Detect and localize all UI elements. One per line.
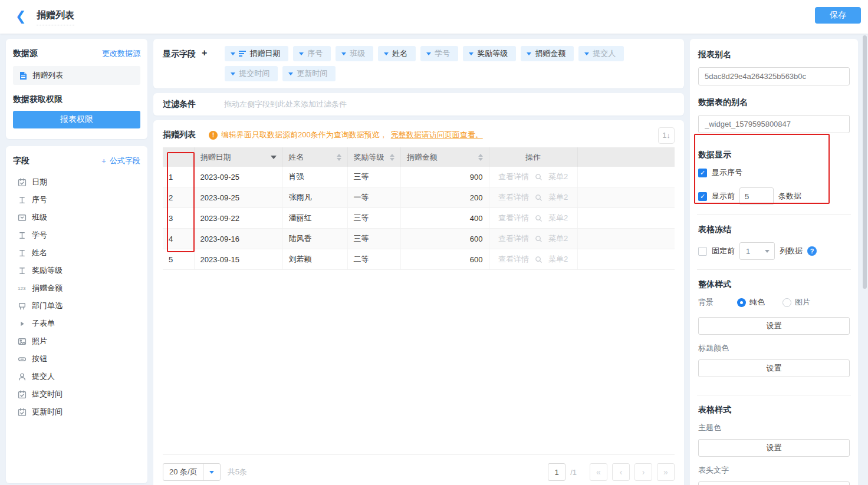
chip-serial[interactable]: 序号 bbox=[293, 46, 331, 61]
prev-page-button[interactable]: ‹ bbox=[612, 463, 630, 481]
warning-icon: ! bbox=[209, 131, 218, 140]
chip-student-no[interactable]: 学号 bbox=[420, 46, 458, 61]
title-color-label: 标题颜色 bbox=[698, 343, 850, 354]
show-first-count-input[interactable] bbox=[739, 187, 774, 205]
first-page-button[interactable]: « bbox=[590, 463, 607, 481]
field-item-serial[interactable]: 序号 bbox=[13, 191, 140, 209]
image-label: 图片 bbox=[795, 297, 810, 308]
field-item-button[interactable]: 按钮 bbox=[13, 350, 140, 368]
button-icon bbox=[18, 355, 27, 364]
view-detail-link[interactable]: 查看详情 bbox=[498, 213, 529, 223]
sort-toggle-icon[interactable] bbox=[337, 154, 341, 161]
field-item-photo[interactable]: 照片 bbox=[13, 332, 140, 350]
magnifier-icon[interactable] bbox=[535, 256, 542, 263]
chip-update-time[interactable]: 更新时间 bbox=[282, 66, 336, 81]
header-text-set-button[interactable]: 设置 bbox=[698, 481, 850, 485]
col-header-amount[interactable]: 捐赠金额 bbox=[400, 147, 489, 167]
field-label: 部门单选 bbox=[32, 301, 63, 311]
top-bar: ❮ 捐赠列表 保存 bbox=[0, 0, 868, 34]
field-item-subform[interactable]: 子表单 bbox=[13, 315, 140, 332]
sort-toggle-icon[interactable] bbox=[478, 154, 483, 161]
view-detail-link[interactable]: 查看详情 bbox=[498, 254, 529, 265]
sort-tool-button[interactable]: 1↓ bbox=[658, 127, 675, 144]
page-title[interactable]: 捐赠列表 bbox=[37, 9, 74, 25]
table-alias-input[interactable] bbox=[698, 115, 850, 133]
chevron-down-icon bbox=[288, 72, 293, 75]
page-number-input[interactable] bbox=[548, 463, 565, 481]
radio-unselected-icon[interactable] bbox=[782, 298, 791, 307]
help-icon[interactable]: ? bbox=[807, 246, 817, 256]
next-page-button[interactable]: › bbox=[634, 463, 652, 481]
chevron-down-icon bbox=[231, 52, 235, 55]
cell-amount: 600 bbox=[400, 249, 489, 270]
freeze-title: 表格冻结 bbox=[698, 225, 850, 235]
report-permission-button[interactable]: 报表权限 bbox=[13, 111, 140, 128]
divider bbox=[697, 395, 851, 395]
menu2-link[interactable]: 菜单2 bbox=[548, 254, 568, 265]
checkbox-checked-icon[interactable]: ✓ bbox=[698, 192, 707, 201]
chip-grade[interactable]: 奖励等级 bbox=[463, 46, 516, 61]
scrollbar-thumb[interactable] bbox=[863, 35, 867, 289]
radio-selected-icon[interactable] bbox=[737, 298, 746, 307]
menu2-link[interactable]: 菜单2 bbox=[548, 192, 568, 203]
warning-link[interactable]: 完整数据请访问页面查看。 bbox=[391, 130, 483, 140]
field-item-name[interactable]: 姓名 bbox=[13, 244, 140, 262]
total-count: 共5条 bbox=[228, 467, 247, 477]
document-icon bbox=[19, 71, 28, 80]
col-header-name[interactable]: 姓名 bbox=[282, 147, 347, 167]
formula-field-link[interactable]: ＋ 公式字段 bbox=[100, 156, 140, 166]
number-icon: 123 bbox=[18, 286, 27, 291]
back-icon[interactable]: ❮ bbox=[15, 8, 29, 25]
view-detail-link[interactable]: 查看详情 bbox=[498, 192, 529, 203]
chip-submit-time[interactable]: 提交时间 bbox=[225, 66, 278, 81]
view-detail-link[interactable]: 查看详情 bbox=[498, 171, 529, 182]
menu2-link[interactable]: 菜单2 bbox=[548, 213, 568, 223]
field-item-date[interactable]: 日期 bbox=[13, 173, 140, 191]
col-header-date[interactable]: 捐赠日期 bbox=[194, 147, 282, 167]
sort-desc-icon[interactable] bbox=[271, 156, 277, 159]
row-number: 2 bbox=[163, 187, 194, 208]
view-detail-link[interactable]: 查看详情 bbox=[498, 233, 529, 244]
menu2-link[interactable]: 菜单2 bbox=[548, 171, 568, 182]
table-title: 捐赠列表 bbox=[163, 130, 196, 140]
col-header-grade[interactable]: 奖励等级 bbox=[347, 147, 400, 167]
chip-name[interactable]: 姓名 bbox=[378, 46, 416, 61]
chip-donation-date[interactable]: 捐赠日期 bbox=[225, 46, 288, 61]
field-item-student-no[interactable]: 学号 bbox=[13, 226, 140, 244]
theme-color-set-button[interactable]: 设置 bbox=[698, 439, 850, 457]
chip-amount[interactable]: 捐赠金额 bbox=[521, 46, 574, 61]
magnifier-icon[interactable] bbox=[535, 194, 542, 202]
title-color-set-button[interactable]: 设置 bbox=[698, 359, 850, 377]
background-set-button[interactable]: 设置 bbox=[698, 317, 850, 335]
save-button[interactable]: 保存 bbox=[815, 7, 861, 24]
change-datasource-link[interactable]: 更改数据源 bbox=[102, 48, 140, 59]
chip-class[interactable]: 班级 bbox=[336, 46, 373, 61]
field-item-amount[interactable]: 123 捐赠金额 bbox=[13, 279, 140, 297]
freeze-suffix: 列数据 bbox=[780, 246, 803, 256]
plus-icon: ＋ bbox=[100, 156, 110, 165]
filter-panel[interactable]: 过滤条件 拖动左侧字段到此处来添加过滤条件 bbox=[153, 93, 684, 116]
checkbox-checked-icon[interactable]: ✓ bbox=[698, 169, 707, 177]
field-item-grade[interactable]: 奖励等级 bbox=[13, 262, 140, 279]
report-alias-label: 报表别名 bbox=[698, 50, 850, 60]
magnifier-icon[interactable] bbox=[535, 235, 542, 243]
field-item-submit-time[interactable]: 提交时间 bbox=[13, 385, 140, 403]
add-field-icon[interactable]: + bbox=[202, 48, 207, 81]
chip-submitter[interactable]: 提交人 bbox=[578, 46, 624, 61]
field-item-submitter[interactable]: 提交人 bbox=[13, 368, 140, 385]
field-item-class[interactable]: 班级 bbox=[13, 209, 140, 226]
last-page-button[interactable]: » bbox=[657, 463, 675, 481]
checkbox-unchecked-icon[interactable] bbox=[698, 247, 707, 256]
menu2-link[interactable]: 菜单2 bbox=[548, 233, 568, 244]
sort-toggle-icon[interactable] bbox=[390, 154, 394, 161]
cell-date: 2023-09-25 bbox=[194, 187, 282, 208]
field-item-department[interactable]: 部门单选 bbox=[13, 297, 140, 315]
datasource-item[interactable]: 捐赠列表 bbox=[13, 66, 140, 85]
freeze-count-select[interactable]: 1 bbox=[739, 242, 775, 260]
magnifier-icon[interactable] bbox=[535, 215, 542, 222]
page-size-select[interactable]: 20 条/页 bbox=[163, 463, 221, 481]
data-display-title: 数据显示 bbox=[698, 150, 850, 160]
field-item-update-time[interactable]: 更新时间 bbox=[13, 403, 140, 421]
report-alias-input[interactable] bbox=[698, 67, 850, 85]
magnifier-icon[interactable] bbox=[535, 173, 542, 181]
